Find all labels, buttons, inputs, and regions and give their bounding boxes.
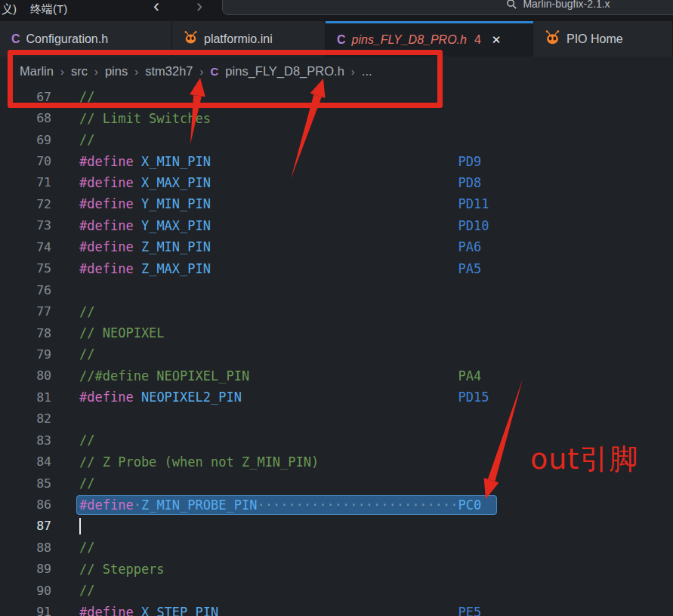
title-bar: 义) 终端(T) ‹ › Marlin-bugfix-2.1.x: [0, 0, 673, 21]
menu-item-terminal[interactable]: 终端(T): [30, 2, 67, 17]
annotation-rectangle: [8, 50, 443, 108]
code-line[interactable]: 90//: [0, 580, 673, 601]
selected-code: #define·Z_MIN_PROBE_PIN·················…: [76, 495, 497, 515]
line-number: 91: [0, 605, 51, 616]
search-icon: [506, 0, 517, 10]
code-line[interactable]: 68// Limit Switches: [0, 107, 673, 128]
line-number: 74: [0, 240, 51, 254]
code-line[interactable]: 86#define·Z_MIN_PROBE_PIN···············…: [0, 494, 673, 515]
line-number: 84: [0, 454, 51, 469]
code-line[interactable]: 77//: [0, 300, 673, 322]
tab-label: pins_FLY_D8_PRO.h: [352, 33, 467, 47]
code-editor[interactable]: 67//68// Limit Switches69//70#define X_M…: [0, 86, 673, 616]
c-language-icon: C: [337, 33, 346, 47]
line-number: 71: [0, 175, 51, 189]
line-number: 90: [0, 584, 51, 598]
line-number: 88: [0, 541, 51, 555]
close-icon[interactable]: ✕: [492, 33, 502, 47]
tab-problems-badge: 4: [474, 33, 481, 47]
code-line[interactable]: 70#define X_MIN_PIN PD9: [0, 150, 673, 171]
code-line[interactable]: 79//: [0, 343, 673, 365]
tab-label: platformio.ini: [204, 32, 273, 46]
window-title-text: Marlin-bugfix-2.1.x: [523, 0, 610, 10]
line-number: 72: [0, 197, 51, 211]
code-line[interactable]: 89// Steppers: [0, 559, 673, 580]
code-line[interactable]: 69//: [0, 129, 673, 150]
line-number: 83: [0, 433, 51, 448]
line-number: 79: [0, 347, 51, 362]
text-cursor: [79, 518, 81, 534]
line-number: 69: [0, 133, 51, 147]
tab-label: Configuration.h: [26, 32, 109, 46]
line-number: 86: [0, 497, 51, 512]
code-line[interactable]: 82: [0, 408, 673, 430]
code-line[interactable]: 80//#define NEOPIXEL_PIN PA4: [0, 365, 673, 387]
code-line[interactable]: 71#define X_MAX_PIN PD8: [0, 172, 673, 193]
line-number: 89: [0, 562, 51, 576]
line-number: 75: [0, 261, 51, 276]
nav-forward-button[interactable]: ›: [196, 0, 202, 17]
code-line[interactable]: 87: [0, 516, 673, 537]
line-number: 76: [0, 283, 51, 297]
line-number: 80: [0, 368, 51, 383]
code-line[interactable]: 72#define Y_MIN_PIN PD11: [0, 193, 673, 214]
line-number: 70: [0, 154, 51, 168]
platformio-ant-icon: [184, 30, 198, 48]
line-number: 78: [0, 326, 51, 340]
code-line[interactable]: 78// NEOPIXEL: [0, 322, 673, 343]
code-line[interactable]: 91#define X_STEP_PIN PE5: [0, 602, 673, 616]
line-number: 77: [0, 304, 51, 319]
code-line[interactable]: 81#define NEOPIXEL2_PIN PD15: [0, 387, 673, 408]
code-line[interactable]: 76: [0, 279, 673, 300]
code-line[interactable]: 73#define Y_MAX_PIN PD10: [0, 215, 673, 236]
line-number: 73: [0, 218, 51, 233]
code-line[interactable]: 88//: [0, 537, 673, 558]
annotation-label: out引脚: [530, 440, 638, 479]
line-number: 87: [0, 519, 51, 533]
tab-pio-home[interactable]: PIO Home: [533, 21, 673, 57]
line-number: 82: [0, 411, 51, 426]
menu-item-fragment[interactable]: 义): [2, 2, 17, 17]
platformio-ant-icon: [545, 29, 560, 48]
tab-label: PIO Home: [566, 32, 623, 46]
code-line[interactable]: 75#define Z_MAX_PIN PA5: [0, 258, 673, 279]
nav-back-button[interactable]: ‹: [153, 0, 159, 17]
command-center-search[interactable]: Marlin-bugfix-2.1.x: [222, 0, 673, 15]
c-language-icon: C: [11, 32, 20, 46]
line-number: 81: [0, 390, 51, 405]
line-number: 68: [0, 111, 51, 125]
line-number: 85: [0, 476, 51, 491]
code-line[interactable]: 74#define Z_MIN_PIN PA6: [0, 236, 673, 257]
